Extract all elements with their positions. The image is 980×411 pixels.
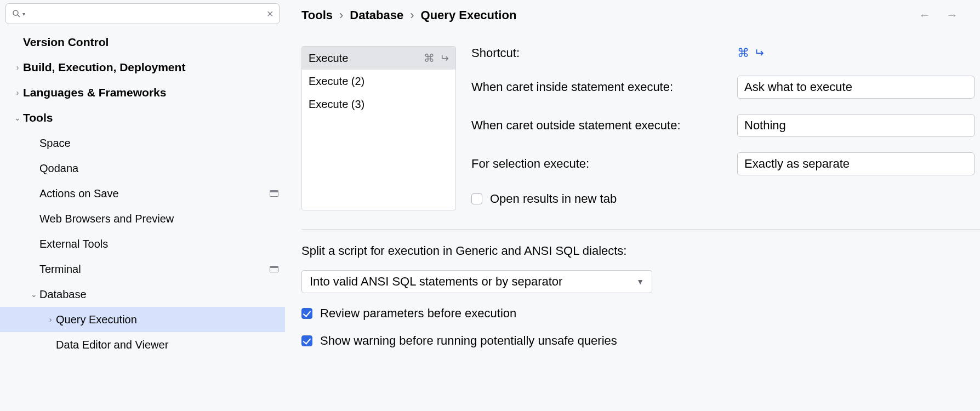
- select-caret-outside[interactable]: Nothing: [737, 114, 975, 137]
- value-shortcut[interactable]: ⌘ ↵: [737, 46, 764, 60]
- search-box[interactable]: ▾ ✕: [5, 3, 280, 24]
- nav-forward-icon[interactable]: →: [946, 8, 958, 22]
- exec-item-shortcut: ⌘ ↵: [424, 52, 449, 65]
- chevron-right-icon[interactable]: ›: [12, 63, 23, 72]
- sidebar-item-query-execution[interactable]: ›Query Execution: [0, 307, 285, 332]
- breadcrumb-sep-icon: ›: [410, 8, 414, 22]
- label-selection: For selection execute:: [471, 157, 726, 171]
- separator: [301, 229, 980, 230]
- select-caret-inside[interactable]: Ask what to execute: [737, 76, 975, 99]
- search-input[interactable]: [25, 9, 266, 19]
- sidebar-item-label: Database: [39, 288, 278, 301]
- execute-form: Shortcut: ⌘ ↵ When caret inside statemen…: [471, 46, 980, 210]
- row-review-params[interactable]: Review parameters before execution: [301, 306, 980, 321]
- sidebar-item-data-editor-and-viewer[interactable]: Data Editor and Viewer: [0, 332, 285, 357]
- chevron-down-icon[interactable]: ⌄: [29, 290, 39, 299]
- script-split-block: Split a script for execution in Generic …: [301, 244, 980, 348]
- sidebar-item-label: Actions on Save: [39, 187, 266, 200]
- sidebar-item-label: Data Editor and Viewer: [56, 339, 278, 351]
- row-caret-outside: When caret outside statement execute: No…: [471, 114, 975, 137]
- sidebar-item-label: External Tools: [39, 238, 278, 250]
- sidebar-item-space[interactable]: Space: [0, 130, 285, 156]
- chevron-down-icon[interactable]: ⌄: [12, 113, 23, 122]
- project-scope-icon: [270, 190, 278, 197]
- sidebar-item-web-browsers-and-preview[interactable]: Web Browsers and Preview: [0, 206, 285, 231]
- sidebar-item-label: Languages & Frameworks: [23, 86, 278, 99]
- main-body: Execute⌘ ↵Execute (2)Execute (3) Shortcu…: [301, 46, 980, 210]
- sidebar-item-label: Qodana: [39, 162, 278, 175]
- svg-line-1: [18, 15, 20, 17]
- search-icon: [12, 9, 21, 19]
- exec-item-label: Execute (3): [309, 98, 449, 111]
- clear-search-icon[interactable]: ✕: [266, 9, 274, 19]
- sidebar-item-external-tools[interactable]: External Tools: [0, 231, 285, 256]
- sidebar-item-terminal[interactable]: Terminal: [0, 256, 285, 282]
- exec-item-execute-3-[interactable]: Execute (3): [302, 93, 455, 116]
- exec-item-execute-2-[interactable]: Execute (2): [302, 70, 455, 93]
- breadcrumb-database[interactable]: Database: [350, 8, 403, 22]
- exec-item-label: Execute: [309, 52, 424, 65]
- nav-back-icon[interactable]: ←: [919, 8, 931, 22]
- sidebar: ▾ ✕ Version Control›Build, Execution, De…: [0, 0, 285, 411]
- breadcrumb-query-execution[interactable]: Query Execution: [421, 8, 517, 22]
- select-split-value: Into valid ANSI SQL statements or by sep…: [310, 275, 562, 289]
- exec-item-label: Execute (2): [309, 75, 449, 88]
- sidebar-item-version-control[interactable]: Version Control: [0, 30, 285, 55]
- sidebar-item-label: Web Browsers and Preview: [39, 213, 278, 225]
- search-wrapper: ▾ ✕: [0, 3, 285, 30]
- label-caret-outside: When caret outside statement execute:: [471, 118, 726, 133]
- sidebar-item-build-execution-deployment[interactable]: ›Build, Execution, Deployment: [0, 55, 285, 80]
- sidebar-item-actions-on-save[interactable]: Actions on Save: [0, 181, 285, 206]
- sidebar-item-label: Tools: [23, 111, 278, 124]
- settings-tree: Version Control›Build, Execution, Deploy…: [0, 30, 285, 411]
- label-review-params: Review parameters before execution: [320, 306, 516, 321]
- sidebar-item-label: Terminal: [39, 263, 266, 276]
- breadcrumb: Tools › Database › Query Execution ← →: [301, 4, 980, 26]
- label-split: Split a script for execution in Generic …: [301, 244, 980, 258]
- exec-item-execute[interactable]: Execute⌘ ↵: [302, 47, 455, 70]
- sidebar-item-tools[interactable]: ⌄Tools: [0, 105, 285, 130]
- project-scope-icon: [270, 266, 278, 272]
- sidebar-item-label: Version Control: [23, 36, 278, 49]
- sidebar-item-label: Space: [39, 137, 278, 150]
- main-panel: Tools › Database › Query Execution ← → E…: [285, 0, 980, 411]
- sidebar-item-database[interactable]: ⌄Database: [0, 282, 285, 307]
- row-selection: For selection execute: Exactly as separa…: [471, 152, 975, 175]
- sidebar-item-languages-frameworks[interactable]: ›Languages & Frameworks: [0, 80, 285, 105]
- checkbox-warn-unsafe[interactable]: [301, 335, 312, 346]
- svg-point-0: [13, 10, 18, 15]
- label-shortcut: Shortcut:: [471, 46, 726, 60]
- select-selection[interactable]: Exactly as separate: [737, 152, 975, 175]
- row-caret-inside: When caret inside statement execute: Ask…: [471, 76, 975, 99]
- label-warn-unsafe: Show warning before running potentially …: [320, 334, 617, 348]
- label-caret-inside: When caret inside statement execute:: [471, 80, 726, 94]
- chevron-right-icon[interactable]: ›: [12, 88, 23, 97]
- label-open-results: Open results in new tab: [490, 192, 617, 206]
- select-split[interactable]: Into valid ANSI SQL statements or by sep…: [301, 270, 652, 293]
- execute-action-list[interactable]: Execute⌘ ↵Execute (2)Execute (3): [301, 46, 456, 210]
- nav-arrows: ← →: [919, 8, 958, 22]
- breadcrumb-tools[interactable]: Tools: [301, 8, 333, 22]
- row-warn-unsafe[interactable]: Show warning before running potentially …: [301, 334, 980, 348]
- sidebar-item-qodana[interactable]: Qodana: [0, 156, 285, 181]
- chevron-down-icon: ▼: [636, 277, 644, 286]
- chevron-right-icon[interactable]: ›: [45, 315, 56, 324]
- breadcrumb-sep-icon: ›: [339, 8, 343, 22]
- row-open-results[interactable]: Open results in new tab: [471, 192, 975, 206]
- checkbox-review-params[interactable]: [301, 308, 312, 319]
- row-shortcut: Shortcut: ⌘ ↵: [471, 46, 975, 60]
- sidebar-item-label: Build, Execution, Deployment: [23, 61, 278, 74]
- sidebar-item-label: Query Execution: [56, 313, 278, 326]
- checkbox-open-results[interactable]: [471, 193, 482, 204]
